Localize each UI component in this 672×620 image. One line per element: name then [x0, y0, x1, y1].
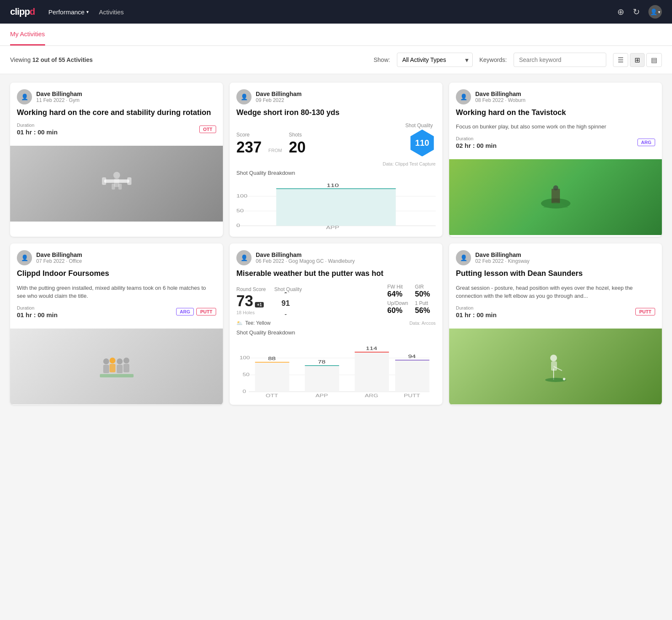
add-circle-icon[interactable]: ⊕	[617, 7, 624, 17]
card-date-3: 08 Feb 2022 · Woburn	[475, 97, 525, 103]
card-image-1	[10, 146, 223, 222]
activity-card-1[interactable]: 👤 Dave Billingham 11 Feb 2022 · Gym Work…	[10, 83, 223, 237]
card-meta-2: Dave Billingham 09 Feb 2022	[256, 91, 302, 103]
shot-quality-hex-5: 91	[274, 292, 297, 315]
nav-right: ⊕ ↻ 👤 ▾	[617, 5, 662, 19]
activity-type-select[interactable]: All Activity Types	[397, 53, 473, 67]
card-date-5: 06 Feb 2022 · Gog Magog GC · Wandlebury	[256, 258, 355, 264]
fw-hit-label: FW Hit	[387, 284, 408, 290]
activity-card-2[interactable]: 👤 Dave Billingham 09 Feb 2022 Wedge shor…	[230, 83, 442, 237]
app-logo[interactable]: clippd	[10, 6, 35, 17]
updown-val: 60%	[387, 306, 408, 315]
svg-text:78: 78	[318, 359, 325, 364]
gir-label: GIR	[415, 284, 436, 290]
card-date-6: 02 Feb 2022 · Kingsway	[475, 258, 530, 264]
one-putt-val: 56%	[415, 306, 436, 315]
user-name-5: Dave Billingham	[256, 251, 355, 258]
svg-point-22	[110, 358, 115, 363]
card-date-4: 07 Feb 2022 · Office	[36, 258, 82, 264]
card-title-6: Putting lesson with Dean Saunders	[456, 269, 655, 278]
source-2: Data: Clippd Test Capture	[236, 161, 436, 166]
tag-pair-4: ARG PUTT	[176, 308, 216, 315]
svg-text:110: 110	[327, 183, 339, 188]
activity-type-select-wrapper[interactable]: All Activity Types	[397, 53, 473, 67]
card-image-4	[10, 329, 223, 404]
svg-point-51	[550, 355, 557, 361]
card-body-1: 👤 Dave Billingham 11 Feb 2022 · Gym Work…	[10, 83, 223, 146]
refresh-icon[interactable]: ↻	[633, 7, 640, 17]
duration-label-6: Duration	[456, 305, 497, 310]
svg-rect-21	[103, 365, 109, 373]
main-content: 👤 Dave Billingham 11 Feb 2022 · Gym Work…	[0, 74, 672, 413]
svg-rect-43	[355, 352, 389, 392]
duration-val-3: 02 hr : 00 min	[456, 142, 497, 149]
tag-arg-4: ARG	[176, 308, 194, 315]
card-footer-1: Duration 01 hr : 00 min OTT	[17, 123, 216, 136]
card-desc-4: With the putting green installed, mixed …	[17, 284, 216, 300]
card-desc-6: Great session - posture, head position w…	[456, 284, 655, 300]
avatar-4: 👤	[17, 250, 32, 265]
shot-q-label-5: Shot Quality	[274, 286, 302, 292]
tag-putt-6: PUTT	[635, 308, 655, 315]
tab-my-activities[interactable]: My Activities	[10, 24, 45, 45]
card-image-6	[449, 329, 662, 404]
card-title-3: Working hard on the Tavistock	[456, 108, 655, 118]
compact-view-button[interactable]: ▤	[646, 53, 662, 67]
grid-view-button[interactable]: ⊞	[630, 53, 645, 67]
search-input[interactable]	[514, 53, 606, 67]
round-stats-5: Round Score 73 +1 18 Holes Shot Quality …	[236, 284, 436, 315]
svg-text:94: 94	[408, 353, 416, 359]
nav-links: Performance ▾ Activities	[48, 8, 124, 16]
gir-val: 50%	[415, 290, 436, 299]
one-putt-label: 1 Putt	[415, 300, 436, 306]
card-meta-1: Dave Billingham 11 Feb 2022 · Gym	[36, 91, 82, 103]
card-date-2: 09 Feb 2022	[256, 97, 302, 103]
view-buttons: ☰ ⊞ ▤	[613, 53, 662, 67]
list-view-button[interactable]: ☰	[613, 53, 628, 67]
activity-card-6[interactable]: 👤 Dave Billingham 02 Feb 2022 · Kingsway…	[449, 243, 662, 404]
nav-activities[interactable]: Activities	[99, 8, 124, 16]
svg-point-20	[103, 358, 109, 364]
user-icon: 👤	[650, 8, 657, 15]
shots-block-2: Shots 20	[289, 132, 305, 156]
card-body-4: 👤 Dave Billingham 07 Feb 2022 · Office C…	[10, 243, 223, 328]
stats-row-2: Score 237 FROM Shots 20 Shot Quality 110	[236, 123, 436, 156]
svg-text:50: 50	[243, 372, 249, 377]
svg-text:OTT: OTT	[265, 393, 278, 398]
svg-rect-27	[123, 364, 129, 372]
shot-quality-block-2: Shot Quality 110	[405, 123, 436, 156]
duration-val-4: 01 hr : 00 min	[17, 311, 58, 318]
chevron-down-icon: ▾	[86, 9, 89, 15]
duration-val-6: 01 hr : 00 min	[456, 311, 497, 318]
svg-point-55	[563, 378, 565, 380]
navbar: clippd Performance ▾ Activities ⊕ ↻ 👤 ▾	[0, 0, 672, 24]
avatar-2: 👤	[236, 89, 252, 104]
svg-text:88: 88	[268, 355, 276, 361]
avatar-6: 👤	[456, 250, 471, 265]
svg-rect-6	[118, 184, 122, 190]
user-name-2: Dave Billingham	[256, 91, 302, 97]
svg-rect-23	[110, 364, 115, 372]
card-desc-3: Focus on bunker play, but also some work…	[456, 123, 655, 131]
nav-performance[interactable]: Performance ▾	[48, 8, 89, 16]
user-name-3: Dave Billingham	[475, 91, 525, 97]
svg-text:ARG: ARG	[365, 393, 378, 398]
shots-label-2: Shots	[289, 132, 305, 138]
user-avatar[interactable]: 👤 ▾	[648, 5, 662, 19]
keywords-label: Keywords:	[479, 56, 507, 63]
score-delta-badge: +1	[255, 302, 264, 307]
extra-stats-5: FW Hit 64% GIR 50% Up/Down 60% 1 Putt	[387, 284, 436, 315]
svg-rect-39	[305, 366, 339, 392]
chevron-down-icon: ▾	[658, 10, 660, 14]
activity-card-4[interactable]: 👤 Dave Billingham 07 Feb 2022 · Office C…	[10, 243, 223, 404]
activity-card-3[interactable]: 👤 Dave Billingham 08 Feb 2022 · Woburn W…	[449, 83, 662, 237]
card-title-1: Working hard on the core and stability d…	[17, 108, 216, 118]
round-score-label: Round Score	[236, 286, 266, 292]
card-image-3	[449, 159, 662, 235]
svg-text:100: 100	[236, 194, 247, 198]
activity-card-5[interactable]: 👤 Dave Billingham 06 Feb 2022 · Gog Mago…	[230, 243, 442, 404]
svg-rect-47	[395, 360, 429, 392]
score-label-2: Score	[236, 132, 262, 138]
card-header-1: 👤 Dave Billingham 11 Feb 2022 · Gym	[17, 89, 216, 104]
round-score-val: 73	[236, 292, 253, 310]
